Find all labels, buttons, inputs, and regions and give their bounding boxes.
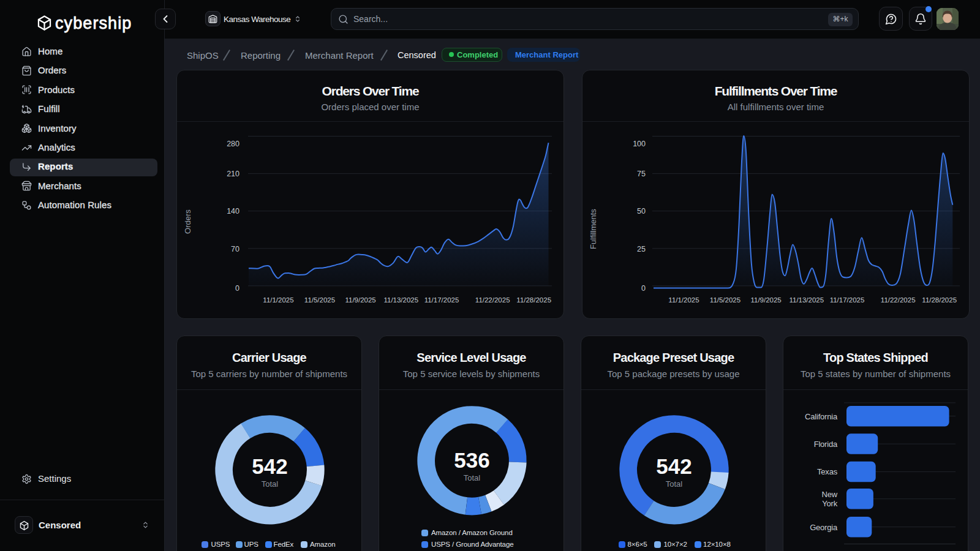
svg-text:Total: Total <box>464 473 481 482</box>
svg-text:Total: Total <box>262 479 279 489</box>
svg-text:542: 542 <box>656 454 692 478</box>
svg-text:New: New <box>822 490 838 499</box>
svg-text:Total: Total <box>666 479 683 489</box>
svg-text:Texas: Texas <box>817 467 838 476</box>
svg-text:542: 542 <box>252 454 287 478</box>
svg-text:York: York <box>822 499 837 508</box>
svg-text:Florida: Florida <box>814 440 838 449</box>
svg-text:Georgia: Georgia <box>810 523 838 532</box>
svg-text:California: California <box>805 412 838 421</box>
svg-text:536: 536 <box>454 448 489 472</box>
